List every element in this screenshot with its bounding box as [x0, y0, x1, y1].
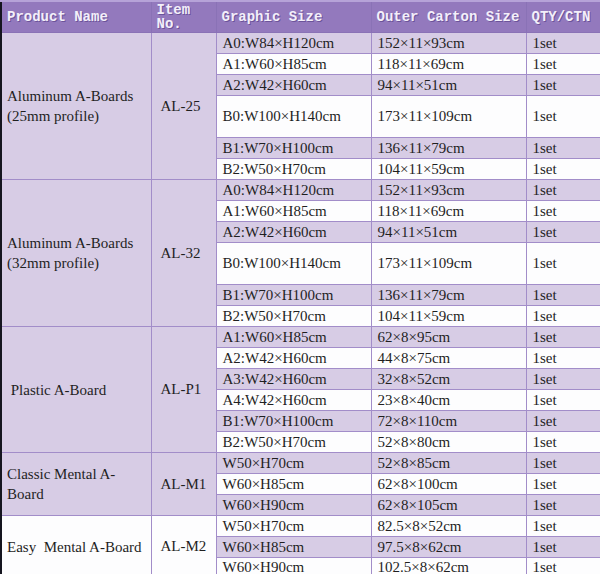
item-no-cell: AL-M1	[151, 453, 216, 516]
graphic-size-cell: W50×H70cm	[216, 516, 371, 537]
carton-size-cell: 104×11×59cm	[371, 159, 526, 180]
qty-cell: 1set	[526, 54, 600, 75]
qty-cell: 1set	[526, 390, 600, 411]
graphic-size-cell: B0:W100×H140cm	[216, 96, 371, 138]
graphic-size-cell: B2:W50×H70cm	[216, 159, 371, 180]
col-header-product-name: Product Name	[1, 1, 151, 33]
carton-size-cell: 104×11×59cm	[371, 306, 526, 327]
carton-size-cell: 152×11×93cm	[371, 180, 526, 201]
carton-size-cell: 44×8×75cm	[371, 348, 526, 369]
graphic-size-cell: W50×H70cm	[216, 453, 371, 474]
carton-size-cell: 52×8×80cm	[371, 432, 526, 453]
graphic-size-cell: A2:W42×H60cm	[216, 75, 371, 96]
qty-cell: 1set	[526, 558, 600, 574]
qty-cell: 1set	[526, 285, 600, 306]
spec-row: Easy Mental A-BoardAL-M2W50×H70cm82.5×8×…	[1, 516, 600, 537]
spec-row: Plastic A-BoardAL-P1A1:W60×H85cm62×8×95c…	[1, 327, 600, 348]
product-name-cell: Easy Mental A-Board	[1, 516, 151, 574]
product-spec-table: Product Name Item No. Graphic Size Outer…	[0, 0, 600, 574]
qty-cell: 1set	[526, 432, 600, 453]
carton-size-cell: 136×11×79cm	[371, 138, 526, 159]
graphic-size-cell: A1:W60×H85cm	[216, 54, 371, 75]
qty-cell: 1set	[526, 180, 600, 201]
item-no-cell: AL-25	[151, 33, 216, 180]
product-name-cell: Plastic A-Board	[1, 327, 151, 453]
qty-cell: 1set	[526, 327, 600, 348]
carton-size-cell: 62×8×95cm	[371, 327, 526, 348]
graphic-size-cell: W60×H90cm	[216, 495, 371, 516]
graphic-size-cell: A0:W84×H120cm	[216, 180, 371, 201]
carton-size-cell: 62×8×105cm	[371, 495, 526, 516]
qty-cell: 1set	[526, 411, 600, 432]
graphic-size-cell: B1:W70×H100cm	[216, 138, 371, 159]
qty-cell: 1set	[526, 138, 600, 159]
table-body: Aluminum A-Boards (25mm profile)AL-25A0:…	[1, 33, 600, 574]
qty-cell: 1set	[526, 516, 600, 537]
graphic-size-cell: A3:W42×H60cm	[216, 369, 371, 390]
graphic-size-cell: B0:W100×H140cm	[216, 243, 371, 285]
qty-cell: 1set	[526, 369, 600, 390]
carton-size-cell: 173×11×109cm	[371, 96, 526, 138]
graphic-size-cell: W60×H85cm	[216, 474, 371, 495]
carton-size-cell: 97.5×8×62cm	[371, 537, 526, 558]
graphic-size-cell: A2:W42×H60cm	[216, 348, 371, 369]
graphic-size-cell: B1:W70×H100cm	[216, 411, 371, 432]
item-no-cell: AL-32	[151, 180, 216, 327]
graphic-size-cell: B1:W70×H100cm	[216, 285, 371, 306]
product-name-cell: Aluminum A-Boards (32mm profile)	[1, 180, 151, 327]
qty-cell: 1set	[526, 33, 600, 54]
qty-cell: 1set	[526, 453, 600, 474]
product-name-cell: Classic Mental A-Board	[1, 453, 151, 516]
graphic-size-cell: W60×H90cm	[216, 558, 371, 574]
carton-size-cell: 118×11×69cm	[371, 54, 526, 75]
carton-size-cell: 82.5×8×52cm	[371, 516, 526, 537]
qty-cell: 1set	[526, 75, 600, 96]
carton-size-cell: 118×11×69cm	[371, 201, 526, 222]
carton-size-cell: 94×11×51cm	[371, 75, 526, 96]
carton-size-cell: 72×8×110cm	[371, 411, 526, 432]
col-header-qty-ctn: QTY/CTN	[526, 1, 600, 33]
carton-size-cell: 102.5×8×62cm	[371, 558, 526, 574]
qty-cell: 1set	[526, 306, 600, 327]
qty-cell: 1set	[526, 222, 600, 243]
qty-cell: 1set	[526, 96, 600, 138]
graphic-size-cell: A0:W84×H120cm	[216, 33, 371, 54]
carton-size-cell: 32×8×52cm	[371, 369, 526, 390]
carton-size-cell: 136×11×79cm	[371, 285, 526, 306]
product-spec-page: Product Name Item No. Graphic Size Outer…	[0, 0, 600, 574]
graphic-size-cell: A1:W60×H85cm	[216, 327, 371, 348]
qty-cell: 1set	[526, 243, 600, 285]
qty-cell: 1set	[526, 201, 600, 222]
qty-cell: 1set	[526, 474, 600, 495]
graphic-size-cell: A1:W60×H85cm	[216, 201, 371, 222]
carton-size-cell: 173×11×109cm	[371, 243, 526, 285]
spec-row: Aluminum A-Boards (25mm profile)AL-25A0:…	[1, 33, 600, 54]
qty-cell: 1set	[526, 537, 600, 558]
graphic-size-cell: B2:W50×H70cm	[216, 306, 371, 327]
qty-cell: 1set	[526, 348, 600, 369]
graphic-size-cell: A4:W42×H60cm	[216, 390, 371, 411]
qty-cell: 1set	[526, 495, 600, 516]
carton-size-cell: 23×8×40cm	[371, 390, 526, 411]
graphic-size-cell: A2:W42×H60cm	[216, 222, 371, 243]
graphic-size-cell: B2:W50×H70cm	[216, 432, 371, 453]
qty-cell: 1set	[526, 159, 600, 180]
col-header-graphic-size: Graphic Size	[216, 1, 371, 33]
header-row: Product Name Item No. Graphic Size Outer…	[1, 1, 600, 33]
item-no-cell: AL-P1	[151, 327, 216, 453]
col-header-item-no: Item No.	[151, 1, 216, 33]
carton-size-cell: 152×11×93cm	[371, 33, 526, 54]
graphic-size-cell: W60×H85cm	[216, 537, 371, 558]
carton-size-cell: 52×8×85cm	[371, 453, 526, 474]
carton-size-cell: 62×8×100cm	[371, 474, 526, 495]
carton-size-cell: 94×11×51cm	[371, 222, 526, 243]
item-no-cell: AL-M2	[151, 516, 216, 574]
spec-row: Classic Mental A-BoardAL-M1W50×H70cm52×8…	[1, 453, 600, 474]
product-name-cell: Aluminum A-Boards (25mm profile)	[1, 33, 151, 180]
col-header-outer-carton-size: Outer Carton Size	[371, 1, 526, 33]
spec-row: Aluminum A-Boards (32mm profile)AL-32A0:…	[1, 180, 600, 201]
